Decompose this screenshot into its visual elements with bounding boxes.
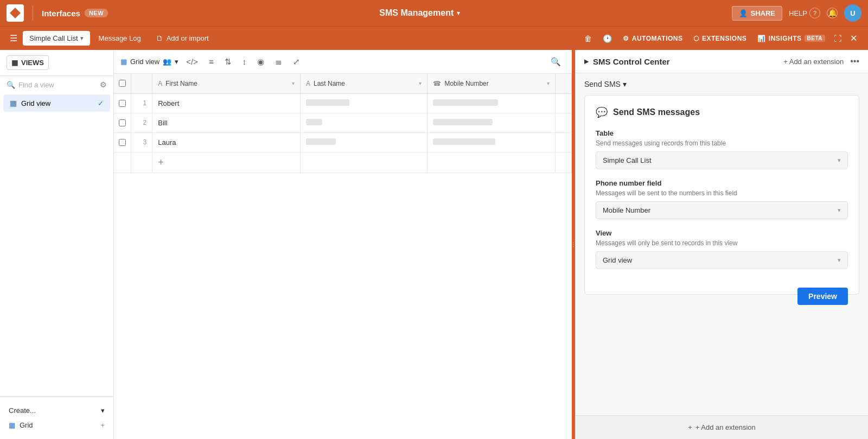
col-dropdown-icon[interactable]: ▾ [547, 80, 550, 86]
views-header: ▦ VIEWS [0, 50, 113, 76]
row-height-icon[interactable]: ≣ [272, 55, 285, 69]
col-header-first-name[interactable]: A First Name ▾ [152, 74, 301, 93]
help-button[interactable]: HELP ? [789, 8, 820, 18]
cell-first-name-1[interactable]: Robert [152, 93, 301, 113]
views-button[interactable]: ▦ VIEWS [7, 55, 49, 70]
sidebar-item-grid-view[interactable]: ▦ Grid view ✓ [3, 94, 110, 112]
expand-icon[interactable]: ⛶ [832, 32, 844, 45]
search-grid-icon[interactable]: 🔍 [546, 55, 565, 69]
share-view-icon[interactable]: </> [183, 55, 201, 68]
notifications-icon[interactable]: 🔔 [827, 8, 838, 18]
history-button[interactable]: 🕐 [598, 32, 616, 45]
cell-last-name-3[interactable] [301, 132, 427, 152]
insights-icon: 📊 [757, 35, 766, 42]
app-logo[interactable] [7, 4, 24, 22]
cell-expand-3[interactable] [556, 132, 572, 152]
group-icon[interactable]: ⇅ [221, 55, 235, 69]
tab-simple-call-list[interactable]: Simple Call List ▾ [23, 31, 90, 46]
toolbar-left: ☰ Simple Call List ▾ Message Log 🗋 Add o… [7, 31, 215, 46]
cell-first-name-3[interactable]: Laura [152, 132, 301, 152]
row-checkbox-2[interactable] [114, 113, 131, 132]
more-options-button[interactable]: ••• [850, 56, 859, 66]
nav-divider [33, 5, 33, 21]
cell-last-name-2[interactable] [301, 113, 427, 132]
col-dropdown-icon[interactable]: ▾ [419, 80, 422, 86]
grid-area: ▦ Grid view 👥 ▾ </> ≡ ⇅ ↕ ◉ ≣ ⤢ 🔍 [114, 50, 572, 439]
view-field-group: View Messages will only be sent to recor… [596, 229, 848, 269]
cell-expand-1[interactable] [556, 93, 572, 113]
card-title: 💬 Send SMS messages [596, 106, 848, 118]
right-panel-header: ▸ SMS Control Center + Add an extension … [576, 50, 868, 73]
insights-button[interactable]: 📊 INSIGHTS BETA [753, 33, 829, 44]
cell-mobile-2[interactable] [427, 113, 556, 132]
right-panel-title: ▸ SMS Control Center [584, 56, 670, 66]
color-icon[interactable]: ◉ [254, 55, 267, 69]
tab-message-log[interactable]: Message Log [92, 31, 148, 46]
phone-field-group: Phone number field Messages will be sent… [596, 179, 848, 219]
select-all-checkbox[interactable] [119, 80, 126, 87]
col-type-phone-icon: ☎ [433, 80, 441, 87]
grid-add-icon[interactable]: + [100, 421, 105, 429]
close-button[interactable]: ✕ [846, 31, 861, 46]
table-field-select[interactable]: Simple Call List ▾ [596, 151, 848, 169]
share-button[interactable]: 👤 SHARE [732, 6, 783, 21]
select-arrow-icon: ▾ [838, 207, 841, 214]
row-num-3: 3 [131, 132, 152, 152]
create-row[interactable]: Create... ▾ [7, 403, 107, 418]
add-import-icon: 🗋 [156, 34, 163, 42]
blurred-mobile-3 [433, 138, 495, 145]
sort-icon[interactable]: ↕ [239, 55, 250, 68]
send-sms-dropdown[interactable]: Send SMS ▾ [584, 80, 859, 88]
row-checkbox-3[interactable] [114, 132, 131, 152]
col-header-expand[interactable] [556, 74, 572, 93]
tab-dropdown-icon: ▾ [80, 35, 84, 42]
cell-mobile-1[interactable] [427, 93, 556, 113]
col-dropdown-icon[interactable]: ▾ [292, 80, 295, 86]
row-checkbox-1[interactable] [114, 93, 131, 113]
delete-button[interactable]: 🗑 [580, 32, 596, 45]
add-row-button[interactable]: + [152, 152, 301, 173]
col-type-text-icon: A [306, 80, 310, 87]
user-avatar[interactable]: U [844, 4, 861, 22]
col-header-last-name[interactable]: A Last Name ▾ [301, 74, 427, 93]
phone-field-select[interactable]: Mobile Number ▾ [596, 201, 848, 219]
view-field-select[interactable]: Grid view ▾ [596, 251, 848, 269]
table-row: 1 Robert [114, 93, 572, 113]
grid-toolbar: ▦ Grid view 👥 ▾ </> ≡ ⇅ ↕ ◉ ≣ ⤢ 🔍 [114, 50, 572, 74]
cell-first-name-2[interactable]: Bill [152, 113, 301, 132]
panel-chevron-icon[interactable]: ▸ [584, 56, 589, 66]
add-extension-header-button[interactable]: + Add an extension [783, 58, 844, 66]
add-row: + [114, 152, 572, 173]
blurred-mobile-1 [433, 99, 498, 106]
automations-button[interactable]: ⚙ AUTOMATIONS [618, 33, 687, 44]
col-header-mobile-number[interactable]: ☎ Mobile Number ▾ [427, 74, 556, 93]
find-view-row: 🔍 Find a view ⚙ [0, 76, 113, 93]
add-import-button[interactable]: 🗋 Add or import [150, 31, 215, 46]
phone-field-desc: Messages will be sent to the numbers in … [596, 189, 848, 197]
row-num-2: 2 [131, 113, 152, 132]
top-nav-right: 👤 SHARE HELP ? 🔔 U [732, 4, 861, 22]
filter-icon[interactable]: ≡ [206, 55, 217, 68]
top-nav-center: SMS Management ▾ [108, 8, 731, 18]
hamburger-button[interactable]: ☰ [7, 31, 21, 46]
view-field-desc: Messages will only be sent to records in… [596, 239, 848, 247]
select-arrow-icon: ▾ [838, 257, 841, 264]
grid-row[interactable]: ▦ Grid + [7, 418, 107, 432]
table-row: 3 Laura [114, 132, 572, 152]
blurred-last-name-3 [306, 138, 336, 145]
checkbox-header[interactable] [114, 74, 131, 93]
cell-mobile-3[interactable] [427, 132, 556, 152]
expand-record-icon[interactable]: ⤢ [290, 55, 303, 69]
beta-badge: BETA [805, 35, 825, 42]
extension-card: 💬 Send SMS messages Table Send messages … [584, 95, 859, 295]
extensions-button[interactable]: ⬡ EXTENSIONS [689, 33, 751, 44]
row-num-1: 1 [131, 93, 152, 113]
page-title-chevron-icon[interactable]: ▾ [457, 9, 460, 17]
add-extension-footer[interactable]: + + Add an extension [576, 415, 868, 439]
cell-last-name-1[interactable] [301, 93, 427, 113]
cell-expand-2[interactable] [556, 113, 572, 132]
settings-icon[interactable]: ⚙ [100, 80, 107, 89]
preview-button[interactable]: Preview [797, 288, 848, 305]
find-view-input[interactable]: 🔍 Find a view [7, 81, 54, 89]
grid-view-btn[interactable]: ▦ Grid view 👥 ▾ [120, 58, 178, 66]
